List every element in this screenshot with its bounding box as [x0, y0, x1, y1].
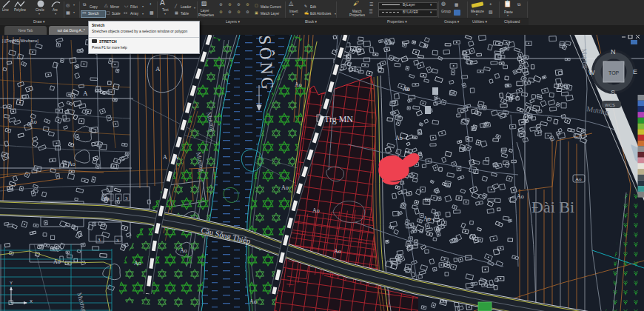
svg-text:S: S [611, 89, 615, 96]
svg-text:W: W [588, 69, 595, 76]
svg-text:A: A [155, 65, 161, 73]
svg-text:Đài Bi: Đài Bi [531, 198, 574, 216]
svg-text:Ao: Ao [403, 86, 410, 93]
svg-text:E: E [633, 68, 637, 76]
svg-text:Ao: Ao [53, 258, 61, 265]
svg-text:3: 3 [98, 237, 101, 243]
svg-text:Ao: Ao [134, 260, 141, 267]
svg-text:Ao: Ao [30, 118, 37, 125]
svg-text:Ao: Ao [334, 248, 341, 255]
svg-text:4: 4 [117, 195, 120, 201]
svg-text:TOP: TOP [608, 70, 620, 76]
svg-text:Ao: Ao [395, 135, 403, 141]
svg-text:Ao: Ao [281, 184, 289, 191]
svg-text:3: 3 [116, 238, 119, 244]
svg-text:Ao: Ao [295, 81, 302, 88]
svg-text:Ao: Ao [249, 298, 257, 305]
svg-text:Ao: Ao [104, 195, 110, 201]
svg-text:Trg MN: Trg MN [324, 114, 353, 124]
svg-text:Ao: Ao [517, 193, 524, 200]
svg-text:Ao: Ao [423, 215, 431, 222]
svg-text:A: A [163, 154, 167, 161]
svg-text:Y: Y [10, 281, 13, 285]
svg-text:X: X [30, 299, 33, 304]
svg-text:N: N [611, 48, 616, 56]
svg-text:Ao: Ao [575, 176, 582, 182]
svg-text:[-][Top][2D Wireframe]: [-][Top][2D Wireframe] [2, 39, 39, 43]
svg-text:Ao: Ao [68, 161, 76, 167]
svg-text:WCS: WCS [605, 103, 615, 107]
svg-text:SÔNG: SÔNG [255, 35, 278, 93]
svg-text:A: A [174, 154, 178, 161]
svg-text:Ao: Ao [180, 247, 187, 254]
svg-text:3: 3 [125, 195, 128, 201]
svg-text:A: A [83, 90, 88, 97]
svg-text:Ao: Ao [312, 207, 320, 214]
